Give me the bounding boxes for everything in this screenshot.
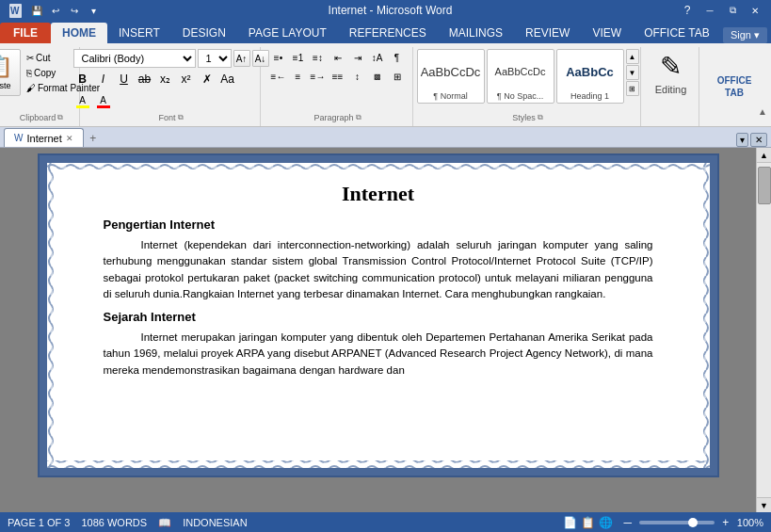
styles-expand-icon[interactable]: ⧉: [538, 113, 543, 122]
subscript-button[interactable]: x₂: [156, 70, 175, 89]
paste-button[interactable]: 📋 Paste: [0, 49, 21, 96]
restore-button[interactable]: ⧉: [724, 2, 741, 19]
zoom-out-button[interactable]: ─: [620, 515, 635, 530]
clipboard-label: Clipboard ⧉: [20, 113, 64, 122]
section-body-1[interactable]: Internet merupakan jaringan komputer yan…: [104, 330, 653, 379]
shading-button[interactable]: ▩: [368, 68, 387, 85]
ribbon-minimize-button[interactable]: ▲: [758, 106, 767, 117]
read-mode-icon[interactable]: 📄: [563, 516, 577, 529]
font-name-select[interactable]: Calibri (Body): [73, 49, 196, 68]
ribbon-group-clipboard: 📋 Paste ✂ Cut ⎘ Copy 🖌 Format Painter Cl…: [4, 47, 80, 126]
print-layout-icon[interactable]: 📋: [581, 516, 595, 529]
tab-file[interactable]: FILE: [0, 23, 51, 43]
bold-button[interactable]: B: [73, 70, 92, 89]
line-spacing-button[interactable]: ↕: [348, 68, 367, 85]
zoom-thumb[interactable]: [688, 518, 698, 527]
align-left-button[interactable]: ≡←: [269, 68, 288, 85]
proof-icon[interactable]: 📖: [158, 517, 171, 529]
word-count: 1086 WORDS: [81, 517, 147, 528]
zoom-in-button[interactable]: +: [718, 515, 733, 530]
grow-font-button[interactable]: A↑: [233, 50, 250, 67]
font-color-button[interactable]: A: [94, 90, 113, 109]
para-row-1: ≡• ≡1 ≡↕ ⇤ ⇥ ↕A ¶: [269, 49, 407, 66]
style-heading1[interactable]: AaBbCc Heading 1: [556, 49, 624, 104]
strikethrough-button[interactable]: ab: [136, 70, 154, 89]
bullets-button[interactable]: ≡•: [269, 49, 288, 66]
tab-view[interactable]: VIEW: [581, 23, 633, 43]
tab-close-all-button[interactable]: ✕: [750, 133, 767, 147]
show-hide-button[interactable]: ¶: [388, 49, 407, 66]
sign-button[interactable]: Sign ▾: [723, 27, 767, 43]
scroll-up-button[interactable]: ▲: [757, 148, 771, 163]
minimize-button[interactable]: ─: [701, 2, 718, 19]
underline-button[interactable]: U: [115, 70, 134, 89]
center-button[interactable]: ≡: [289, 68, 308, 85]
numbering-button[interactable]: ≡1: [289, 49, 308, 66]
section-heading-1[interactable]: Sejarah Internet: [104, 310, 653, 324]
svg-text:W: W: [10, 6, 20, 16]
increase-indent-button[interactable]: ⇥: [348, 49, 367, 66]
close-button[interactable]: ✕: [747, 2, 763, 19]
title-bar: W 💾 ↩ ↪ ▾ Internet - Microsoft Word ? ─ …: [0, 0, 771, 21]
window-title: Internet - Microsoft Word: [102, 4, 679, 17]
paragraph-label: Paragraph ⧉: [313, 113, 361, 122]
paste-icon: 📋: [0, 55, 12, 79]
save-quick-btn[interactable]: 💾: [28, 2, 45, 19]
clear-format-button[interactable]: ✗: [198, 70, 217, 89]
paragraph-expand[interactable]: ⧉: [356, 113, 361, 122]
zoom-slider[interactable]: [639, 521, 715, 524]
styles-scroll-buttons: ▲ ▼ ⊞: [626, 49, 639, 96]
style-nospace-preview: AaBbCcDc: [490, 52, 552, 91]
web-layout-icon[interactable]: 🌐: [599, 516, 613, 529]
styles-scroll-up[interactable]: ▲: [626, 49, 639, 64]
styles-scroll-down[interactable]: ▼: [626, 65, 639, 80]
undo-quick-btn[interactable]: ↩: [47, 2, 64, 19]
zoom-level[interactable]: 100%: [737, 517, 763, 528]
help-button[interactable]: ?: [679, 2, 696, 19]
style-normal[interactable]: AaBbCcDc ¶ Normal: [417, 49, 485, 104]
section-heading-0[interactable]: Pengertian Internet: [104, 218, 653, 232]
qa-dropdown[interactable]: ▾: [85, 2, 102, 19]
decrease-indent-button[interactable]: ⇤: [329, 49, 347, 66]
superscript-button[interactable]: x²: [177, 70, 196, 89]
tab-list-button[interactable]: ▾: [736, 133, 748, 147]
doc-tab-close-button[interactable]: ✕: [66, 134, 73, 143]
language[interactable]: INDONESIAN: [183, 517, 247, 528]
document-content: Internet Pengertian Internet Internet (k…: [47, 163, 710, 405]
italic-button[interactable]: I: [94, 70, 113, 89]
style-nospace[interactable]: AaBbCcDc ¶ No Spac...: [487, 49, 554, 104]
zoom-controls: ─ + 100%: [620, 515, 763, 530]
tab-office-tab[interactable]: OFFICE TAB: [633, 23, 721, 43]
section-body-0[interactable]: Internet (kependekan dari interconnectio…: [104, 237, 653, 302]
justify-button[interactable]: ≡≡: [329, 68, 347, 85]
redo-quick-btn[interactable]: ↪: [66, 2, 83, 19]
font-expand[interactable]: ⧉: [178, 113, 184, 122]
highlight-button[interactable]: A: [73, 90, 92, 109]
align-right-button[interactable]: ≡→: [309, 68, 328, 85]
doc-tab-name: Internet: [26, 133, 61, 144]
tab-review[interactable]: REVIEW: [514, 23, 581, 43]
para-row-2: ≡← ≡ ≡→ ≡≡ ↕ ▩ ⊞: [269, 68, 407, 85]
sort-button[interactable]: ↕A: [368, 49, 387, 66]
tab-mailings[interactable]: MAILINGS: [438, 23, 514, 43]
scroll-down-button[interactable]: ▼: [757, 497, 771, 512]
editing-icon[interactable]: ✎: [660, 51, 682, 82]
borders-button[interactable]: ⊞: [388, 68, 407, 85]
tab-design[interactable]: DESIGN: [171, 23, 237, 43]
page-info: PAGE 1 OF 3: [8, 517, 70, 528]
styles-expand[interactable]: ⊞: [626, 81, 639, 96]
add-tab-button[interactable]: +: [84, 130, 103, 147]
document-title[interactable]: Internet: [104, 182, 653, 206]
tab-insert[interactable]: INSERT: [107, 23, 171, 43]
tab-home[interactable]: HOME: [51, 23, 107, 43]
doc-tab-internet[interactable]: W Internet ✕: [4, 128, 84, 147]
multilevel-button[interactable]: ≡↕: [309, 49, 328, 66]
scroll-thumb[interactable]: [758, 167, 771, 204]
clipboard-expand[interactable]: ⧉: [57, 113, 63, 122]
tab-page-layout[interactable]: PAGE LAYOUT: [237, 23, 338, 43]
font-size-select[interactable]: 11: [198, 49, 232, 68]
change-case-button[interactable]: Aa: [218, 70, 237, 89]
style-normal-preview: AaBbCcDc: [420, 52, 482, 91]
title-bar-left: W 💾 ↩ ↪ ▾: [8, 2, 102, 19]
tab-references[interactable]: REFERENCES: [338, 23, 438, 43]
